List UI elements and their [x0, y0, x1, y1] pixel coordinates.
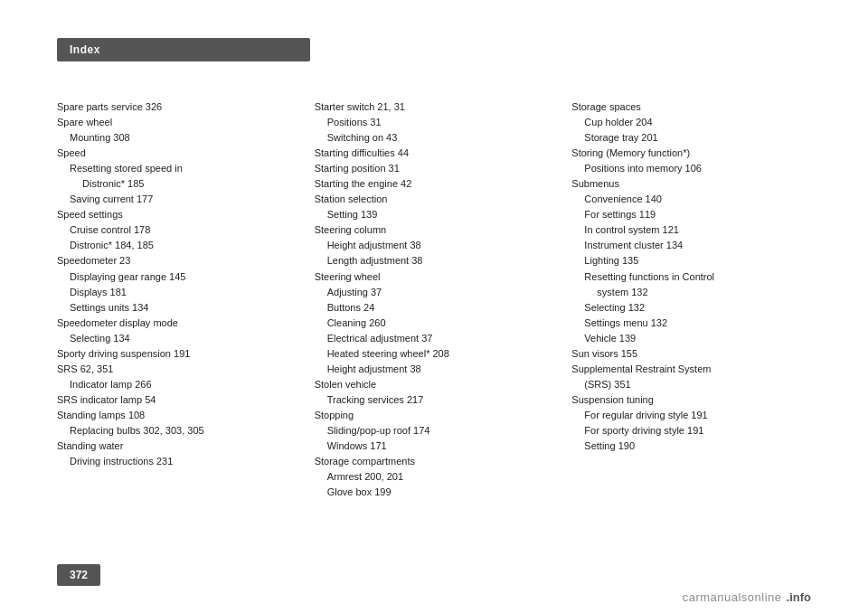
list-item: Standing lamps 108: [57, 408, 297, 423]
column-3: Storage spacesCup holder 204Storage tray…: [571, 99, 811, 541]
list-item: In control system 121: [571, 222, 811, 238]
list-item: Heated steering wheel* 208: [315, 346, 554, 362]
list-item: Speedometer display mode: [57, 316, 297, 331]
list-item: Speedometer 23: [57, 253, 297, 269]
list-item: Indicator lamp 266: [57, 377, 297, 392]
list-item: Switching on 43: [315, 130, 554, 146]
list-item: Starting position 31: [315, 161, 554, 176]
list-item: Mounting 308: [57, 130, 297, 146]
list-item: Storage spaces: [571, 99, 811, 115]
list-item: Suspension tuning: [571, 392, 811, 408]
list-item: Cup holder 204: [571, 115, 811, 130]
list-item: For regular driving style 191: [571, 408, 811, 423]
list-item: Storing (Memory function*): [571, 146, 811, 161]
list-item: Starting difficulties 44: [315, 146, 554, 161]
list-item: Distronic* 185: [57, 176, 297, 192]
list-item: Glove box 199: [315, 485, 554, 500]
column-2: Starter switch 21, 31Positions 31Switchi…: [315, 99, 572, 541]
list-item: Setting 190: [571, 439, 811, 454]
logo-area: carmanualsonline .info: [683, 590, 811, 604]
list-item: Replacing bulbs 302, 303, 305: [57, 423, 297, 439]
list-item: SRS 62, 351: [57, 362, 297, 377]
content-area: Spare parts service 326Spare wheelMounti…: [57, 99, 811, 541]
list-item: Selecting 132: [571, 300, 811, 316]
list-item: Resetting stored speed in: [57, 161, 297, 176]
list-item: Vehicle 139: [571, 331, 811, 346]
list-item: Height adjustment 38: [315, 238, 554, 253]
page-number-box: 372: [57, 564, 100, 586]
logo-domain: .info: [787, 590, 811, 604]
index-header: Index: [57, 38, 310, 61]
list-item: Displays 181: [57, 285, 297, 300]
list-item: Positions 31: [315, 115, 554, 130]
list-item: Stolen vehicle: [315, 377, 554, 392]
list-item: For settings 119: [571, 207, 811, 222]
list-item: Convenience 140: [571, 192, 811, 207]
list-item: Station selection: [315, 192, 554, 207]
list-item: Speed settings: [57, 207, 297, 222]
list-item: Adjusting 37: [315, 285, 554, 300]
list-item: Steering wheel: [315, 269, 554, 285]
list-item: Saving current 177: [57, 192, 297, 207]
list-item: Settings menu 132: [571, 316, 811, 331]
list-item: Stopping: [315, 408, 554, 423]
list-item: Submenus: [571, 176, 811, 192]
column-1: Spare parts service 326Spare wheelMounti…: [57, 99, 315, 541]
list-item: Armrest 200, 201: [315, 469, 554, 485]
list-item: Instrument cluster 134: [571, 238, 811, 253]
list-item: Lighting 135: [571, 253, 811, 269]
list-item: Starter switch 21, 31: [315, 99, 554, 115]
list-item: Spare parts service 326: [57, 99, 297, 115]
list-item: Windows 171: [315, 439, 554, 454]
list-item: Positions into memory 106: [571, 161, 811, 176]
list-item: Settings units 134: [57, 300, 297, 316]
list-item: Length adjustment 38: [315, 253, 554, 269]
list-item: Storage tray 201: [571, 130, 811, 146]
list-item: Buttons 24: [315, 300, 554, 316]
list-item: Standing water: [57, 439, 297, 454]
list-item: Tracking services 217: [315, 392, 554, 408]
list-item: Supplemental Restraint System: [571, 362, 811, 377]
list-item: Steering column: [315, 222, 554, 238]
list-item: Resetting functions in Control: [571, 269, 811, 285]
list-item: Speed: [57, 146, 297, 161]
list-item: Storage compartments: [315, 454, 554, 469]
list-item: (SRS) 351: [571, 377, 811, 392]
index-header-text: Index: [70, 43, 100, 56]
list-item: Selecting 134: [57, 331, 297, 346]
list-item: Setting 139: [315, 207, 554, 222]
list-item: Height adjustment 38: [315, 362, 554, 377]
list-item: For sporty driving style 191: [571, 423, 811, 439]
logo-text: carmanualsonline: [683, 590, 782, 604]
page-container: Index Spare parts service 326Spare wheel…: [0, 0, 868, 613]
list-item: Sporty driving suspension 191: [57, 346, 297, 362]
list-item: Cleaning 260: [315, 316, 554, 331]
list-item: Displaying gear range 145: [57, 269, 297, 285]
list-item: Sun visors 155: [571, 346, 811, 362]
page-number-text: 372: [70, 569, 88, 581]
list-item: Sliding/pop-up roof 174: [315, 423, 554, 439]
list-item: Electrical adjustment 37: [315, 331, 554, 346]
list-item: Driving instructions 231: [57, 454, 297, 469]
list-item: Spare wheel: [57, 115, 297, 130]
list-item: system 132: [571, 285, 811, 300]
list-item: Distronic* 184, 185: [57, 238, 297, 253]
list-item: SRS indicator lamp 54: [57, 392, 297, 408]
list-item: Starting the engine 42: [315, 176, 554, 192]
list-item: Cruise control 178: [57, 222, 297, 238]
